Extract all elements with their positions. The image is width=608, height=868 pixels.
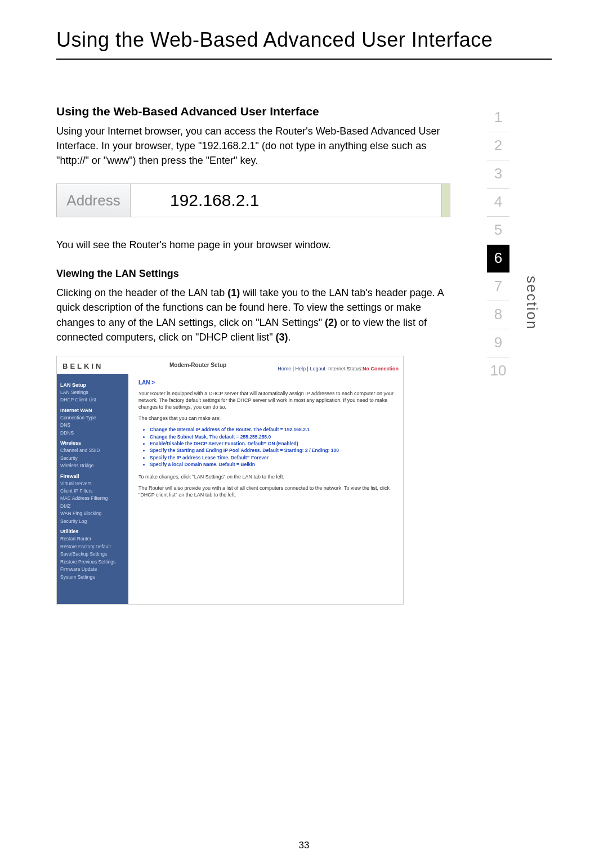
- sidebar-item[interactable]: WAN Ping Blocking: [60, 511, 125, 517]
- sidebar-group-header[interactable]: LAN Setup: [60, 382, 125, 388]
- sidebar-group-header[interactable]: Utilities: [60, 529, 125, 534]
- address-value: 192.168.2.1: [131, 184, 442, 217]
- address-label: Address: [57, 184, 131, 217]
- go-button: [442, 184, 450, 217]
- router-sidebar: LAN SetupLAN SettingsDHCP Client ListInt…: [57, 374, 128, 604]
- router-panel-p2: The changes that you can make are:: [138, 415, 395, 422]
- sidebar-item[interactable]: Restart Router: [60, 536, 125, 542]
- sidebar-item[interactable]: DNS: [60, 422, 125, 428]
- page-number: 33: [0, 840, 608, 851]
- sidebar-item[interactable]: MAC Address Filtering: [60, 495, 125, 502]
- router-panel-p4: The Router will also provide you with a …: [138, 485, 395, 498]
- router-panel-p3: To make changes, click "LAN Settings" on…: [138, 473, 395, 480]
- lan-paragraph: Clicking on the header of the LAN tab (1…: [56, 285, 450, 344]
- sidebar-group-header[interactable]: Wireless: [60, 440, 125, 446]
- sidebar-item[interactable]: Save/Backup Settings: [60, 551, 125, 557]
- sidebar-item[interactable]: Wireless Bridge: [60, 463, 125, 469]
- router-bullet: Specify the Starting and Ending IP Pool …: [150, 447, 395, 454]
- router-panel-p1: Your Router is equipped with a DHCP serv…: [138, 390, 395, 410]
- intro-paragraph: Using your Internet browser, you can acc…: [56, 124, 450, 168]
- after-address-paragraph: You will see the Router's home page in y…: [56, 238, 450, 252]
- section-heading: Using the Web-Based Advanced User Interf…: [56, 105, 450, 118]
- router-panel: LAN > Your Router is equipped with a DHC…: [128, 374, 403, 604]
- router-panel-bullets: Change the Internal IP address of the Ro…: [150, 426, 395, 468]
- sidebar-item[interactable]: DDNS: [60, 430, 125, 436]
- section-nav-item[interactable]: 5: [487, 217, 509, 245]
- sidebar-item[interactable]: Security Log: [60, 518, 125, 525]
- section-nav-item[interactable]: 4: [487, 189, 509, 217]
- section-label: section: [523, 276, 540, 330]
- router-bullet: Change the Internal IP address of the Ro…: [150, 426, 395, 433]
- section-nav-item[interactable]: 10: [487, 357, 509, 385]
- router-bullet: Change the Subnet Mask. The default = 25…: [150, 433, 395, 440]
- sidebar-item[interactable]: Restore Previous Settings: [60, 559, 125, 565]
- router-brand: BELKIN: [62, 362, 103, 370]
- sidebar-item[interactable]: LAN Settings: [60, 390, 125, 396]
- section-nav: 12345678910: [487, 104, 509, 385]
- sidebar-item[interactable]: Virtual Servers: [60, 481, 125, 487]
- router-bullet: Specify the IP address Lease Time. Defau…: [150, 454, 395, 461]
- router-title: Modem-Router Setup: [169, 362, 226, 368]
- address-bar: Address 192.168.2.1: [56, 184, 450, 217]
- section-nav-item[interactable]: 3: [487, 160, 509, 189]
- sidebar-item[interactable]: Security: [60, 455, 125, 462]
- router-breadcrumb: LAN >: [138, 379, 395, 386]
- sidebar-item[interactable]: DHCP Client List: [60, 397, 125, 403]
- router-bullet: Specify a local Domain Name. Default = B…: [150, 461, 395, 468]
- sidebar-item[interactable]: Connection Type: [60, 415, 125, 421]
- section-nav-item[interactable]: 1: [487, 104, 509, 132]
- sidebar-group-header[interactable]: Firewall: [60, 473, 125, 479]
- sidebar-item[interactable]: Firmware Update: [60, 566, 125, 572]
- sidebar-item[interactable]: DMZ: [60, 503, 125, 509]
- sidebar-group-header[interactable]: Internet WAN: [60, 408, 125, 413]
- sidebar-item[interactable]: Channel and SSID: [60, 448, 125, 454]
- sidebar-item[interactable]: Restore Factory Default: [60, 544, 125, 550]
- router-header-links: Home | Help | Logout Internet Status:No …: [278, 366, 399, 372]
- router-bullet: Enable/Disable the DHCP Server Function.…: [150, 440, 395, 447]
- page-title: Using the Web-Based Advanced User Interf…: [56, 28, 552, 60]
- section-nav-item[interactable]: 2: [487, 132, 509, 160]
- section-nav-item[interactable]: 8: [487, 301, 509, 329]
- section-nav-item[interactable]: 9: [487, 329, 509, 357]
- sidebar-item[interactable]: System Settings: [60, 574, 125, 580]
- section-nav-item[interactable]: 7: [487, 273, 509, 301]
- sidebar-item[interactable]: Client IP Filters: [60, 488, 125, 494]
- section-nav-item[interactable]: 6: [487, 245, 509, 273]
- router-screenshot: BELKIN Modem-Router Setup Home | Help | …: [56, 356, 404, 605]
- lan-heading: Viewing the LAN Settings: [56, 268, 450, 280]
